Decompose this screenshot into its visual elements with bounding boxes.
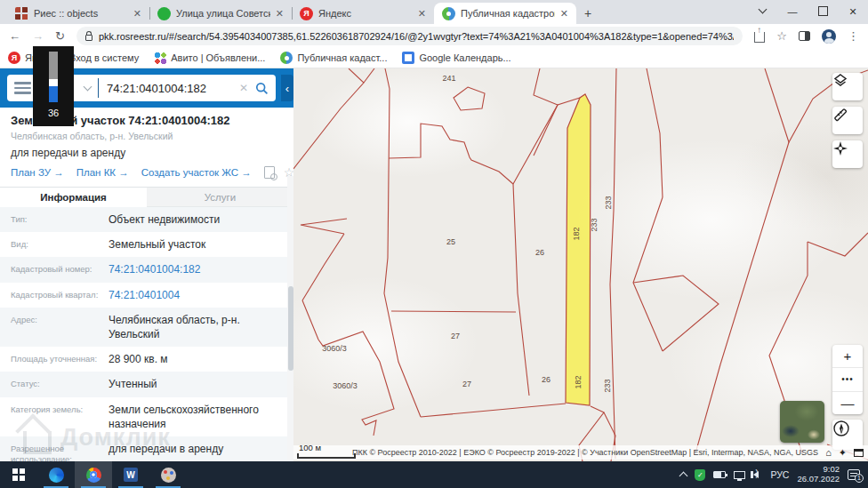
brightness-slider[interactable] xyxy=(49,52,58,102)
panel-scrollbar[interactable] xyxy=(287,176,293,461)
info-value-link[interactable]: 74:21:0401004 xyxy=(108,288,180,302)
tab-close-icon[interactable]: ✕ xyxy=(560,8,568,20)
info-value: Земельный участок xyxy=(108,237,205,252)
secure-lock-icon[interactable] xyxy=(85,35,92,41)
bookmark-item[interactable]: Google Календарь... xyxy=(402,52,510,64)
tab-close-icon[interactable]: ✕ xyxy=(276,8,284,20)
bookmark-item[interactable]: Публичная кадаст... xyxy=(280,52,387,64)
zoom-out-button[interactable]: — xyxy=(832,391,863,414)
info-label: Тип: xyxy=(11,212,108,227)
hidden-icons-chevron[interactable] xyxy=(679,472,688,481)
forward-icon[interactable]: → xyxy=(32,30,44,42)
parcel-link[interactable]: План КК → xyxy=(76,167,129,178)
notification-icon[interactable]: 1 xyxy=(848,469,860,480)
dropdown-chevron-icon[interactable] xyxy=(84,83,92,92)
taskbar-chrome-button[interactable] xyxy=(75,461,112,488)
parcel-number-label: 182 xyxy=(574,375,583,388)
menu-hamburger-icon[interactable] xyxy=(14,82,31,94)
system-tray: ✓ РУС 9:02 26.07.2022 1 xyxy=(672,461,868,488)
tab-services[interactable]: Услуги xyxy=(147,188,293,207)
side-panel-icon[interactable] xyxy=(799,31,810,41)
taskbar-paint-button[interactable] xyxy=(149,461,187,488)
tab-close-icon[interactable]: ✕ xyxy=(418,8,426,20)
profile-avatar[interactable] xyxy=(822,29,836,44)
scrollbar-thumb[interactable] xyxy=(288,286,293,371)
fullscreen-window-icon[interactable] xyxy=(854,449,864,457)
url-text[interactable]: pkk.rosreestr.ru/#/search/54.39540340073… xyxy=(99,31,734,42)
tab-search-chevron-icon[interactable] xyxy=(747,0,777,24)
new-tab-button[interactable]: + xyxy=(576,3,599,24)
layers-button[interactable] xyxy=(832,73,863,100)
close-window-button[interactable]: ✕ xyxy=(838,0,868,24)
share-icon[interactable] xyxy=(754,32,765,43)
parcel-boundary xyxy=(391,311,516,312)
measure-button[interactable] xyxy=(832,107,863,134)
bookmark-item[interactable]: Авито | Объявлени... xyxy=(154,52,265,64)
info-row: Тип: Объект недвижимости xyxy=(0,207,293,232)
zoom-in-button[interactable]: + xyxy=(832,345,863,367)
parcel-link[interactable]: План ЗУ → xyxy=(11,167,64,178)
clear-search-icon[interactable]: ✕ xyxy=(239,82,248,94)
battery-icon[interactable] xyxy=(713,471,726,478)
parcel-number-label: 233 xyxy=(603,379,612,392)
menu-dots-icon[interactable]: ⋮ xyxy=(848,29,859,43)
clock[interactable]: 9:02 26.07.2022 xyxy=(797,465,840,484)
collapse-panel-button[interactable]: ‹ xyxy=(281,75,293,101)
cadastral-map[interactable]: 24125262727263060/33060/3182233233182233… xyxy=(293,68,868,461)
more-options-button[interactable]: ••• xyxy=(832,367,863,390)
info-value: Объект недвижимости xyxy=(108,212,220,227)
bookmark-label: Google Календарь... xyxy=(419,52,510,63)
brightness-overlay: 36 xyxy=(33,46,74,126)
parcel-number-label: 27 xyxy=(451,332,460,340)
search-icon[interactable] xyxy=(255,82,269,95)
parcel-number-label: 241 xyxy=(442,74,455,83)
browser-tab[interactable]: Я Яндекс ✕ xyxy=(292,3,434,24)
taskbar-word-button[interactable] xyxy=(112,461,149,488)
volume-icon[interactable] xyxy=(753,471,759,478)
scale-line xyxy=(297,453,356,459)
start-button[interactable] xyxy=(0,461,37,488)
parcel-link[interactable]: Создать участок ЖС → xyxy=(141,167,252,178)
security-shield-icon[interactable]: ✓ xyxy=(695,469,705,481)
taskbar-edge-button[interactable] xyxy=(37,461,75,488)
compass-needle-icon xyxy=(832,420,850,437)
highlighted-parcel-182[interactable] xyxy=(566,94,591,405)
minimize-button[interactable]: — xyxy=(777,0,808,24)
notification-badge: 1 xyxy=(855,474,864,483)
browser-tab[interactable]: Риес :: objects ✕ xyxy=(7,3,149,24)
document-search-icon[interactable] xyxy=(264,166,275,179)
windows-logo-icon xyxy=(12,468,25,481)
info-row: Площадь уточненная: 28 900 кв. м xyxy=(0,347,293,372)
info-row: Кадастровый квартал: 74:21:0401004 xyxy=(0,283,293,308)
parcel-boundary xyxy=(293,68,364,169)
scale-label: 100 м xyxy=(299,443,356,452)
browser-tab-strip: Риес :: objects ✕ Улица улица Советской … xyxy=(0,0,868,24)
parcel-number-label: 26 xyxy=(542,375,551,384)
parcel-number-label: 3060/3 xyxy=(322,344,347,353)
basemap-thumbnail[interactable] xyxy=(780,401,824,443)
restore-button[interactable] xyxy=(808,0,838,25)
bookmark-label: Авито | Объявлени... xyxy=(171,52,265,63)
scale-bar: 100 м xyxy=(297,443,356,459)
home-icon[interactable]: ⌂ xyxy=(825,448,832,458)
browser-tab[interactable]: Улица улица Советской Арми ✕ xyxy=(149,3,292,24)
parcel-number-label: 26 xyxy=(535,248,544,257)
tab-information[interactable]: Информация xyxy=(0,188,147,207)
bookmark-star-icon[interactable]: ☆ xyxy=(776,29,787,43)
info-value-link[interactable]: 74:21:0401004:182 xyxy=(108,262,200,276)
browser-tab[interactable]: Публичная кадастровая карта ✕ xyxy=(434,3,576,24)
locate-button[interactable] xyxy=(832,140,863,168)
parcel-boundary xyxy=(421,404,566,417)
word-icon xyxy=(124,468,138,482)
search-input[interactable] xyxy=(107,82,232,95)
star-icon[interactable]: ✦ xyxy=(839,448,847,458)
omnibox[interactable]: pkk.rosreestr.ru/#/search/54.39540340073… xyxy=(76,27,743,45)
tab-close-icon[interactable]: ✕ xyxy=(133,8,141,20)
info-value: Челябинская область, р-н. Увельский xyxy=(108,313,283,341)
parcel-info-panel: ✕ ‹ Земельный участок 74:21:0401004:182 … xyxy=(0,68,293,461)
network-icon[interactable] xyxy=(734,471,745,479)
reload-icon[interactable]: ↻ xyxy=(55,30,65,42)
compass-star-icon xyxy=(832,140,848,156)
back-icon[interactable]: ← xyxy=(9,30,20,42)
language-indicator[interactable]: РУС xyxy=(770,469,789,480)
